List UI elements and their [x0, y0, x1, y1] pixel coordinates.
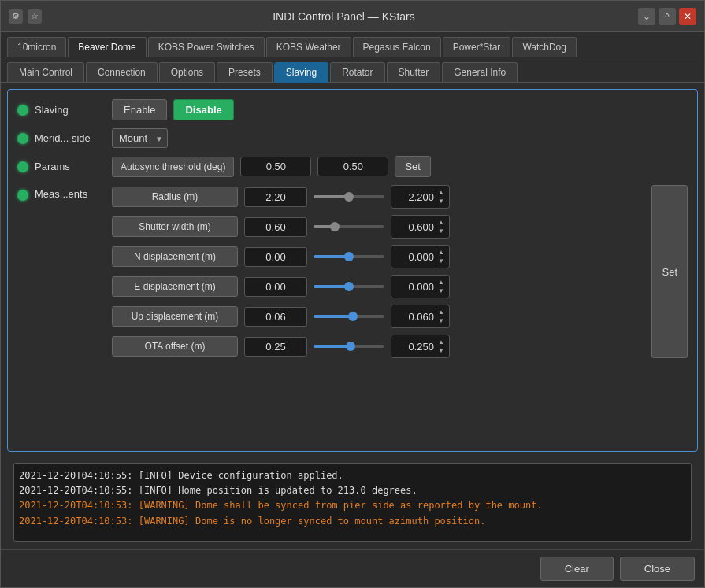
device-tab-beaver-dome[interactable]: Beaver Dome [68, 37, 146, 57]
slaving-led [17, 105, 28, 116]
device-tabs: 10micron Beaver Dome KOBS Power Switches… [1, 32, 704, 57]
ota-button[interactable]: OTA offset (m) [112, 336, 238, 357]
close-button[interactable]: ✕ [679, 8, 696, 25]
device-tab-kobs-power[interactable]: KOBS Power Switches [148, 37, 265, 57]
minimize-button[interactable]: ⌄ [638, 8, 655, 25]
autosync-button[interactable]: Autosync threshold (deg) [112, 157, 234, 177]
tab-connection[interactable]: Connection [86, 62, 158, 82]
e-disp-button[interactable]: E displacement (m) [112, 276, 238, 297]
meridian-led [17, 133, 28, 144]
meas-row-e-disp: E displacement (m) 0.000 ▲ [112, 275, 645, 298]
n-disp-button[interactable]: N displacement (m) [112, 246, 238, 267]
mount-select[interactable]: Mount [112, 128, 168, 148]
measurements-section: Meas...ents Radius (m) 2.20 [17, 185, 688, 358]
close-footer-button[interactable]: Close [620, 557, 695, 581]
titlebar: ⚙ ☆ INDI Control Panel — KStars ⌄ ^ ✕ [1, 1, 704, 32]
n-disp-spin-down[interactable]: ▼ [436, 257, 446, 265]
meas-led [17, 190, 28, 201]
params-label: Params [35, 161, 106, 172]
up-disp-spin-down[interactable]: ▼ [436, 316, 446, 325]
autosync-input-1[interactable] [240, 157, 311, 176]
radius-input[interactable] [244, 187, 307, 207]
ota-spin-up[interactable]: ▲ [436, 338, 446, 346]
tab-general-info[interactable]: General Info [442, 62, 518, 82]
main-window: ⚙ ☆ INDI Control Panel — KStars ⌄ ^ ✕ 10… [0, 0, 705, 588]
meas-row-radius: Radius (m) 2.200 ▲ ▼ [112, 185, 645, 209]
app-icon-1: ⚙ [9, 9, 23, 24]
app-icon-2: ☆ [28, 9, 42, 24]
shutter-spin-up[interactable]: ▲ [436, 218, 446, 227]
shutter-slider[interactable] [314, 219, 384, 235]
meas-row-up-disp: Up displacement (m) 0.060 ▲ [112, 305, 645, 328]
log-area: 2021-12-20T04:10:55: [INFO] Device confi… [13, 463, 692, 542]
up-disp-button[interactable]: Up displacement (m) [112, 306, 238, 327]
ota-spinbox[interactable]: 0.250 ▲ ▼ [391, 335, 450, 358]
radius-slider[interactable] [314, 189, 384, 205]
tab-rotator[interactable]: Rotator [330, 62, 384, 82]
radius-spin-up[interactable]: ▲ [436, 188, 446, 197]
control-panel: Slaving Enable Disable Merid... side Mou… [7, 89, 698, 452]
params-row: Params Autosync threshold (deg) Set [17, 156, 688, 177]
e-disp-input[interactable] [244, 277, 307, 297]
device-tab-kobs-weather[interactable]: KOBS Weather [266, 37, 351, 57]
meas-row-ota: OTA offset (m) 0.250 ▲ [112, 335, 645, 358]
log-line-3: 2021-12-20T04:10:53: [WARNING] Dome shal… [19, 498, 686, 513]
params-set-button[interactable]: Set [395, 156, 431, 177]
meridian-row: Merid... side Mount [17, 128, 688, 148]
e-disp-spin-down[interactable]: ▼ [436, 287, 446, 295]
tab-main-control[interactable]: Main Control [7, 62, 84, 82]
ota-input[interactable] [244, 337, 307, 357]
tab-shutter[interactable]: Shutter [387, 62, 441, 82]
enable-button[interactable]: Enable [112, 99, 167, 120]
meas-label: Meas...ents [35, 188, 106, 200]
n-disp-slider[interactable] [314, 249, 384, 264]
up-disp-input[interactable] [244, 307, 307, 327]
footer: Clear Close [1, 549, 704, 587]
tab-presets[interactable]: Presets [217, 62, 273, 82]
disable-button[interactable]: Disable [173, 99, 233, 120]
titlebar-controls: ⌄ ^ ✕ [638, 8, 696, 25]
e-disp-spin-up[interactable]: ▲ [436, 278, 446, 287]
meas-row-shutter: Shutter width (m) 0.600 ▲ [112, 215, 645, 239]
autosync-input-2[interactable] [317, 157, 388, 176]
shutter-spinbox[interactable]: 0.600 ▲ ▼ [391, 215, 450, 239]
n-disp-spin-up[interactable]: ▲ [436, 248, 446, 257]
radius-spinbox[interactable]: 2.200 ▲ ▼ [391, 185, 450, 209]
main-content: Slaving Enable Disable Merid... side Mou… [1, 83, 704, 458]
up-disp-slider[interactable] [314, 309, 384, 324]
ota-slider[interactable] [314, 338, 384, 354]
log-line-1: 2021-12-20T04:10:55: [INFO] Device confi… [19, 468, 686, 483]
up-disp-spin-up[interactable]: ▲ [436, 308, 446, 316]
log-line-2: 2021-12-20T04:10:55: [INFO] Home positio… [19, 483, 686, 498]
meridian-label: Merid... side [35, 132, 106, 144]
ota-spin-down[interactable]: ▼ [436, 346, 446, 355]
e-disp-spinbox[interactable]: 0.000 ▲ ▼ [391, 275, 450, 298]
sub-tabs: Main Control Connection Options Presets … [1, 57, 704, 83]
n-disp-input[interactable] [244, 247, 307, 267]
shutter-button[interactable]: Shutter width (m) [112, 216, 238, 237]
slaving-label: Slaving [35, 104, 106, 116]
radius-spin-down[interactable]: ▼ [436, 197, 446, 205]
device-tab-10micron[interactable]: 10micron [7, 37, 66, 57]
device-tab-watchdog[interactable]: WatchDog [512, 37, 577, 57]
meas-row-n-disp: N displacement (m) 0.000 ▲ [112, 245, 645, 268]
clear-button[interactable]: Clear [540, 557, 614, 581]
device-tab-pegasus[interactable]: Pegasus Falcon [353, 37, 441, 57]
maximize-button[interactable]: ^ [659, 8, 676, 25]
meas-set-button[interactable]: Set [651, 185, 688, 358]
shutter-spin-down[interactable]: ▼ [436, 227, 446, 235]
meas-rows: Radius (m) 2.200 ▲ ▼ [112, 185, 645, 358]
tab-options[interactable]: Options [159, 62, 215, 82]
radius-button[interactable]: Radius (m) [112, 187, 238, 207]
window-title: INDI Control Panel — KStars [50, 10, 638, 23]
e-disp-slider[interactable] [314, 279, 384, 294]
up-disp-spinbox[interactable]: 0.060 ▲ ▼ [391, 305, 450, 328]
tab-slaving[interactable]: Slaving [274, 62, 328, 83]
device-tab-powerstar[interactable]: Power*Star [443, 37, 511, 57]
log-container: 2021-12-20T04:10:55: [INFO] Device confi… [7, 458, 698, 546]
log-line-4: 2021-12-20T04:10:53: [WARNING] Dome is n… [19, 514, 686, 529]
shutter-input[interactable] [244, 217, 307, 237]
n-disp-spinbox[interactable]: 0.000 ▲ ▼ [391, 245, 450, 268]
slaving-row: Slaving Enable Disable [17, 99, 688, 120]
titlebar-app-icons: ⚙ ☆ [9, 9, 42, 24]
